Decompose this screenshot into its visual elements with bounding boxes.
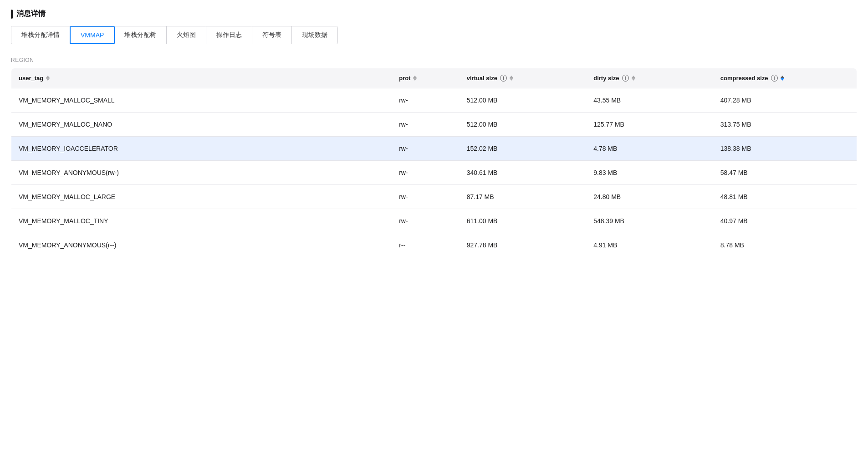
cell-prot: rw-	[392, 209, 460, 233]
table-row[interactable]: VM_MEMORY_MALLOC_LARGErw-87.17 MB24.80 M…	[11, 185, 857, 209]
cell-virtual_size: 87.17 MB	[460, 185, 587, 209]
cell-compressed_size: 313.75 MB	[713, 113, 857, 137]
col-header-dirty-size: dirty size i	[586, 68, 713, 88]
dirty-size-info-icon[interactable]: i	[622, 75, 629, 82]
cell-prot: r--	[392, 233, 460, 257]
cell-dirty_size: 125.77 MB	[586, 113, 713, 137]
tab-heap-alloc-detail[interactable]: 堆栈分配详情	[11, 26, 70, 44]
cell-user_tag: VM_MEMORY_IOACCELERATOR	[11, 137, 392, 161]
table-row[interactable]: VM_MEMORY_ANONYMOUS(r--)r--927.78 MB4.91…	[11, 233, 857, 257]
sort-compressed-size-icon[interactable]	[781, 76, 784, 81]
tab-heap-alloc-tree[interactable]: 堆栈分配树	[114, 26, 167, 44]
cell-prot: rw-	[392, 185, 460, 209]
table-row[interactable]: VM_MEMORY_ANONYMOUS(rw-)rw-340.61 MB9.83…	[11, 161, 857, 185]
compressed-size-info-icon[interactable]: i	[771, 75, 778, 82]
cell-virtual_size: 152.02 MB	[460, 137, 587, 161]
cell-user_tag: VM_MEMORY_ANONYMOUS(rw-)	[11, 161, 392, 185]
cell-virtual_size: 927.78 MB	[460, 233, 587, 257]
cell-user_tag: VM_MEMORY_MALLOC_NANO	[11, 113, 392, 137]
page-title: 消息详情	[16, 9, 46, 19]
cell-dirty_size: 548.39 MB	[586, 209, 713, 233]
title-accent-bar	[11, 10, 13, 19]
tab-symbol-table[interactable]: 符号表	[252, 26, 292, 44]
cell-compressed_size: 40.97 MB	[713, 209, 857, 233]
cell-compressed_size: 48.81 MB	[713, 185, 857, 209]
col-header-virtual-size: virtual size i	[460, 68, 587, 88]
tab-vmmap[interactable]: VMMAP	[70, 26, 115, 44]
vmmap-table: user_tag prot	[11, 68, 857, 257]
table-row[interactable]: VM_MEMORY_MALLOC_NANOrw-512.00 MB125.77 …	[11, 113, 857, 137]
cell-compressed_size: 8.78 MB	[713, 233, 857, 257]
cell-user_tag: VM_MEMORY_ANONYMOUS(r--)	[11, 233, 392, 257]
virtual-size-info-icon[interactable]: i	[500, 75, 507, 82]
tab-flamegraph[interactable]: 火焰图	[167, 26, 206, 44]
cell-user_tag: VM_MEMORY_MALLOC_LARGE	[11, 185, 392, 209]
cell-dirty_size: 4.91 MB	[586, 233, 713, 257]
cell-dirty_size: 43.55 MB	[586, 88, 713, 113]
col-header-compressed-size: compressed size i	[713, 68, 857, 88]
table-row[interactable]: VM_MEMORY_IOACCELERATORrw-152.02 MB4.78 …	[11, 137, 857, 161]
cell-prot: rw-	[392, 113, 460, 137]
cell-dirty_size: 4.78 MB	[586, 137, 713, 161]
cell-virtual_size: 512.00 MB	[460, 113, 587, 137]
cell-compressed_size: 58.47 MB	[713, 161, 857, 185]
table-body: VM_MEMORY_MALLOC_SMALLrw-512.00 MB43.55 …	[11, 88, 857, 257]
cell-prot: rw-	[392, 161, 460, 185]
section-label: REGION	[11, 57, 857, 63]
col-header-prot: prot	[392, 68, 460, 88]
sort-virtual-size-icon[interactable]	[510, 76, 513, 81]
cell-prot: rw-	[392, 88, 460, 113]
page-title-row: 消息详情	[11, 9, 857, 19]
table-row[interactable]: VM_MEMORY_MALLOC_SMALLrw-512.00 MB43.55 …	[11, 88, 857, 113]
cell-dirty_size: 9.83 MB	[586, 161, 713, 185]
cell-dirty_size: 24.80 MB	[586, 185, 713, 209]
cell-compressed_size: 138.38 MB	[713, 137, 857, 161]
cell-virtual_size: 512.00 MB	[460, 88, 587, 113]
cell-user_tag: VM_MEMORY_MALLOC_SMALL	[11, 88, 392, 113]
sort-dirty-size-icon[interactable]	[632, 76, 635, 81]
sort-user-tag-icon[interactable]	[46, 76, 50, 81]
tab-scene-data[interactable]: 现场数据	[292, 26, 337, 44]
tab-operation-log[interactable]: 操作日志	[206, 26, 252, 44]
col-header-user-tag: user_tag	[11, 68, 392, 88]
page-container: 消息详情 堆栈分配详情 VMMAP 堆栈分配树 火焰图 操作日志 符号表 现场数…	[0, 0, 868, 266]
sort-prot-icon[interactable]	[413, 76, 417, 81]
tabs-row: 堆栈分配详情 VMMAP 堆栈分配树 火焰图 操作日志 符号表 现场数据	[11, 26, 338, 44]
cell-virtual_size: 611.00 MB	[460, 209, 587, 233]
cell-virtual_size: 340.61 MB	[460, 161, 587, 185]
table-header-row: user_tag prot	[11, 68, 857, 88]
cell-prot: rw-	[392, 137, 460, 161]
cell-compressed_size: 407.28 MB	[713, 88, 857, 113]
table-row[interactable]: VM_MEMORY_MALLOC_TINYrw-611.00 MB548.39 …	[11, 209, 857, 233]
cell-user_tag: VM_MEMORY_MALLOC_TINY	[11, 209, 392, 233]
